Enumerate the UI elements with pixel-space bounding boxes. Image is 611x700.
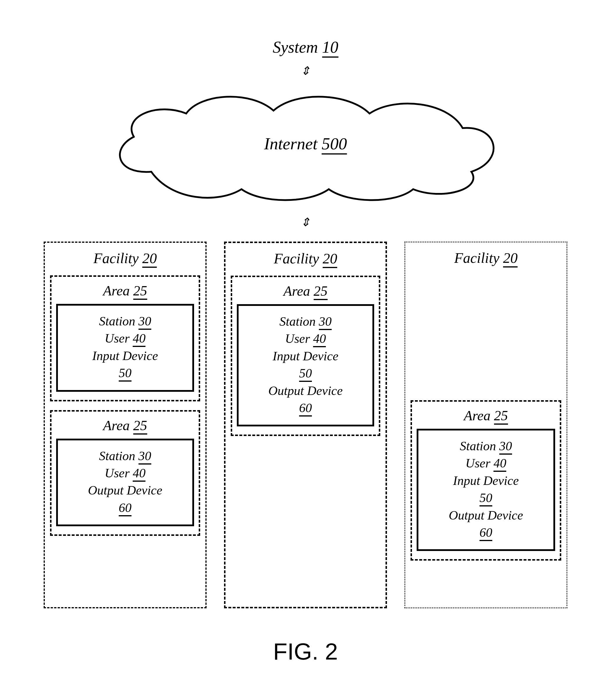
system-label: System 10 [273,38,338,57]
arrow-up-down-icon: ⇕ [300,64,311,78]
internet-cloud: Internet 500 [99,84,512,207]
station-box: Station 30 User 40 Input Device50 Output… [417,429,555,551]
facilities-row: Facility 20 Area 25 Station 30 User 40 I… [44,242,567,608]
figure-caption: FIG. 2 [273,638,338,665]
station-box: Station 30 User 40 Input Device50 [56,304,194,392]
station-box: Station 30 User 40 Input Device50 Output… [237,304,374,426]
station-box: Station 30 User 40 Output Device60 [56,439,194,526]
facility-box: Facility 20 Area 25 Station 30 User 40 I… [44,242,207,608]
area-box: Area 25 Station 30 User 40 Input Device5… [411,400,561,560]
arrow-up-down-icon: ⇕ [300,215,311,229]
facility-box: Facility 20 Area 25 Station 30 User 40 I… [224,242,387,608]
area-box: Area 25 Station 30 User 40 Input Device5… [50,275,200,402]
area-box: Area 25 Station 30 User 40 Input Device5… [231,276,380,436]
area-box: Area 25 Station 30 User 40 Output Device… [50,410,200,536]
facility-box: Facility 20 Area 25 Station 30 User 40 I… [404,242,567,608]
